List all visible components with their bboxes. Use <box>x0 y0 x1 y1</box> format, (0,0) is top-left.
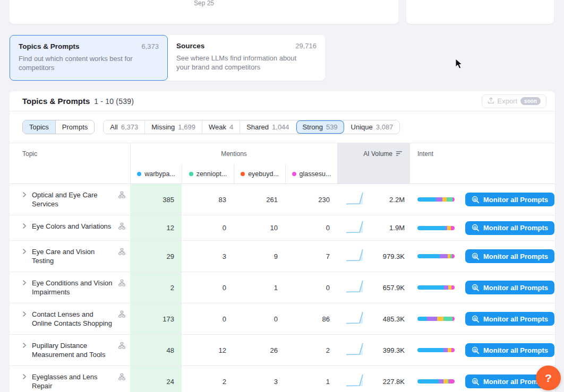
ai-volume-cell: 979.3K <box>337 241 410 272</box>
card-title: Topics & Prompts <box>19 42 80 50</box>
table-title: Topics & Prompts <box>22 97 90 106</box>
card-count: 29,716 <box>295 42 317 50</box>
topic-hierarchy-icon[interactable] <box>118 310 125 320</box>
mentions-value: 24 <box>130 366 182 392</box>
filter-shared[interactable]: Shared1,044 <box>240 120 295 134</box>
view-toggle-topics[interactable]: Topics <box>23 120 55 134</box>
prompt-monitor-icon: @ <box>472 378 480 386</box>
summary-cards: Topics & Prompts 6,373 Find out which co… <box>10 35 325 81</box>
topic-hierarchy-icon[interactable] <box>118 248 125 257</box>
mentions-value: 0 <box>285 272 337 303</box>
help-button[interactable]: ? <box>536 365 561 390</box>
intent-segment <box>448 348 452 352</box>
intent-segment <box>452 317 455 321</box>
card-title: Sources <box>176 42 204 50</box>
column-header-mentions: Mentions <box>130 143 337 164</box>
intent-distribution-bar <box>417 254 455 258</box>
intent-distribution-bar <box>417 379 455 384</box>
mentions-value: 385 <box>130 184 182 215</box>
svg-text:@: @ <box>473 254 477 258</box>
topic-name: Eye Conditions and Vision Impairments <box>32 278 126 297</box>
topic-hierarchy-icon[interactable] <box>118 373 125 382</box>
intent-segment <box>436 197 442 202</box>
filter-strong[interactable]: Strong539 <box>296 120 344 134</box>
trend-sparkline <box>346 279 366 296</box>
mentions-value: 9 <box>234 241 285 272</box>
mentions-value: 10 <box>234 215 285 240</box>
ai-volume-value: 485.3K <box>383 315 405 323</box>
mentions-value: 1 <box>285 366 337 392</box>
competitor-column-header[interactable]: glassesu... <box>285 164 337 184</box>
filter-unique[interactable]: Unique3,087 <box>344 120 400 134</box>
expand-row-button[interactable] <box>20 279 29 288</box>
mentions-value: 2 <box>130 272 182 303</box>
trend-sparkline <box>346 373 366 390</box>
filter-weak[interactable]: Weak4 <box>202 120 240 134</box>
filter-count: 3,087 <box>376 123 394 131</box>
topic-hierarchy-icon[interactable] <box>118 222 125 232</box>
intent-distribution-bar <box>417 285 455 290</box>
competitor-column-header[interactable]: warbypa... <box>130 164 182 184</box>
intent-cell: @Monitor all Prompts <box>410 272 555 303</box>
intent-distribution-bar <box>417 317 455 321</box>
monitor-all-prompts-button[interactable]: @Monitor all Prompts <box>465 312 554 326</box>
prompt-monitor-icon: @ <box>472 196 480 204</box>
visibility-chart-card: 0 Sep 25 <box>10 0 398 24</box>
mentions-value: 3 <box>182 241 234 272</box>
mentions-value: 83 <box>182 184 234 215</box>
intent-distribution-bar <box>417 348 455 352</box>
brand-dot <box>292 172 296 176</box>
expand-row-button[interactable] <box>20 248 29 256</box>
topic-hierarchy-icon[interactable] <box>118 342 125 351</box>
trend-sparkline <box>346 191 366 208</box>
view-toggle-prompts[interactable]: Prompts <box>55 120 94 134</box>
monitor-all-prompts-button[interactable]: @Monitor all Prompts <box>465 221 554 235</box>
filter-all[interactable]: All6,373 <box>104 120 144 134</box>
topic-name: Optical and Eye Care Services <box>32 190 126 208</box>
ai-volume-cell: 399.3K <box>337 335 410 365</box>
ai-volume-cell: 227.8K <box>337 366 410 392</box>
intent-segment <box>452 254 455 258</box>
topic-hierarchy-icon[interactable] <box>118 279 125 289</box>
intent-cell: @Monitor all Prompts <box>410 366 555 392</box>
prompt-monitor-icon: @ <box>472 252 480 260</box>
monitor-all-prompts-button[interactable]: @Monitor all Prompts <box>465 193 554 206</box>
expand-row-button[interactable] <box>20 310 29 319</box>
mentions-value: 2 <box>285 335 337 365</box>
column-header-ai-volume[interactable]: AI Volume <box>337 143 410 164</box>
card-topics-and-prompts[interactable]: Topics & Prompts 6,373 Find out which co… <box>10 35 168 81</box>
svg-text:@: @ <box>473 197 477 201</box>
topic-hierarchy-icon[interactable] <box>118 191 125 201</box>
card-sources[interactable]: Sources 29,716 See where LLMs find infor… <box>168 35 325 81</box>
filter-label: Strong <box>303 123 323 131</box>
mentions-value: 3 <box>234 366 285 392</box>
table-header: Topic Mentions AI Volume Intent warbypa.… <box>10 143 555 184</box>
monitor-all-prompts-button[interactable]: @Monitor all Prompts <box>465 281 554 294</box>
table-row: Eyeglasses and Lens Repair24231227.8K@Mo… <box>10 366 555 392</box>
export-button[interactable]: Export soon <box>482 94 546 108</box>
mentions-value: 0 <box>285 215 337 240</box>
monitor-all-prompts-button[interactable]: @Monitor all Prompts <box>465 343 554 357</box>
svg-text:@: @ <box>473 379 477 383</box>
monitor-all-prompts-button[interactable]: @Monitor all Prompts <box>465 249 554 263</box>
expand-row-button[interactable] <box>20 373 29 381</box>
export-label: Export <box>498 97 518 105</box>
topic-name: Eye Colors and Variations <box>32 222 126 231</box>
mentions-value: 0 <box>182 215 234 240</box>
svg-text:@: @ <box>473 316 477 320</box>
competitor-column-header[interactable]: eyebuyd... <box>234 164 285 184</box>
expand-row-button[interactable] <box>20 191 29 199</box>
ai-volume-cell: 657.9K <box>337 272 410 303</box>
monitor-button-label: Monitor all Prompts <box>483 284 548 292</box>
filter-label: Missing <box>151 123 175 131</box>
topic-cell: Optical and Eye Care Services <box>10 184 130 215</box>
expand-row-button[interactable] <box>20 222 29 231</box>
mentions-value: 2 <box>182 366 234 392</box>
expand-row-button[interactable] <box>20 342 29 350</box>
svg-text:@: @ <box>473 285 477 289</box>
intent-segment <box>449 379 455 384</box>
competitor-column-header[interactable]: zenniopt... <box>182 164 234 184</box>
filter-missing[interactable]: Missing1,699 <box>144 120 202 134</box>
ai-volume-value: 979.3K <box>383 252 405 260</box>
table-row: Pupillary Distance Measurement and Tools… <box>10 335 555 366</box>
